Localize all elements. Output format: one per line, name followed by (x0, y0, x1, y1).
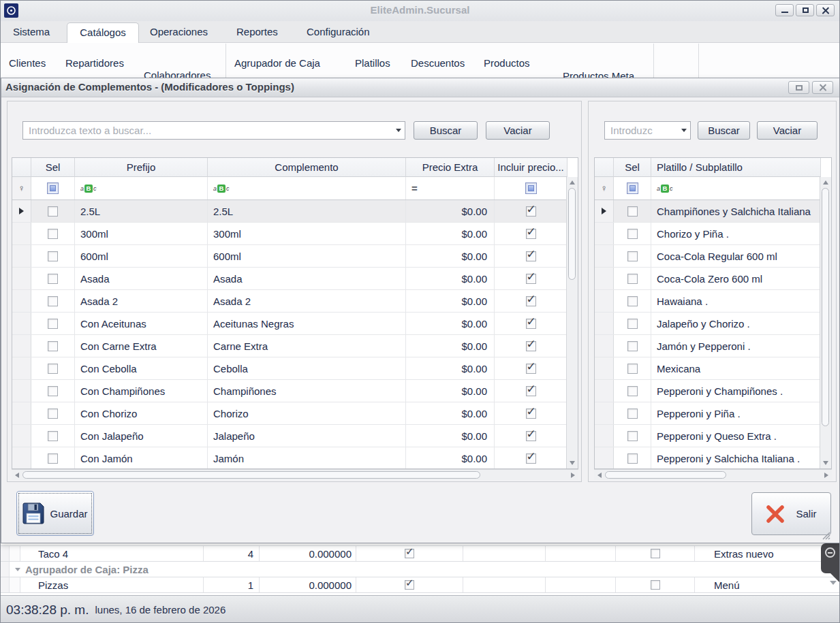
incluir-precio-checkbox[interactable] (526, 251, 536, 261)
buscar-button[interactable]: Buscar (414, 121, 478, 140)
complemento-cell[interactable]: Cebolla (208, 357, 406, 379)
filter-row[interactable]: ♀ aBc (595, 177, 831, 200)
table-row[interactable]: Con ChorizoChorizo$0.00 (12, 402, 578, 425)
qty-cell[interactable]: 4 (204, 546, 260, 561)
row-select-checkbox[interactable] (627, 341, 638, 351)
horizontal-scrollbar[interactable] (12, 469, 578, 480)
value-cell[interactable]: 0.000000 (260, 577, 356, 592)
incluir-cell[interactable] (495, 447, 567, 469)
filter-incluir-cell[interactable] (495, 177, 567, 199)
table-row[interactable]: 600ml600ml$0.00 (12, 245, 578, 268)
precio-cell[interactable]: $0.00 (406, 313, 495, 334)
dialog-close-button[interactable] (812, 81, 833, 94)
scrollbar-thumb[interactable] (22, 471, 480, 479)
horizontal-scrollbar[interactable] (594, 469, 832, 480)
row-select-checkbox[interactable] (48, 409, 58, 419)
product-name-cell[interactable]: Taco 4 (20, 546, 204, 561)
vaciar-button[interactable]: Vaciar (486, 121, 550, 140)
sel-cell[interactable] (614, 357, 651, 379)
sel-cell[interactable] (31, 223, 75, 244)
incluir-precio-checkbox[interactable] (526, 206, 536, 217)
incluir-precio-checkbox[interactable] (526, 364, 536, 374)
precio-cell[interactable]: $0.00 (406, 380, 495, 402)
scrollbar-thumb[interactable] (822, 188, 829, 426)
incluir-cell[interactable] (495, 313, 567, 334)
table-row[interactable]: Coca-Cola Regular 600 ml (595, 245, 831, 268)
table-row[interactable]: Pepperoni y Champiñones . (595, 380, 831, 402)
sel-cell[interactable] (614, 268, 651, 289)
row-select-checkbox[interactable] (48, 453, 58, 464)
filter-complemento-cell[interactable]: aBc (208, 177, 406, 199)
row-select-checkbox[interactable] (48, 341, 58, 351)
group-cell[interactable]: Agrupador de Caja: Pizza (10, 562, 839, 577)
precio-cell[interactable]: $0.00 (406, 245, 495, 267)
prefijo-cell[interactable]: Con Champiñones (75, 380, 208, 402)
scroll-right-icon[interactable] (824, 473, 828, 478)
complemento-cell[interactable]: Chorizo (208, 402, 406, 424)
ribbon-item-clientes[interactable]: Clientes (9, 57, 46, 69)
incluir-precio-checkbox[interactable] (526, 386, 536, 396)
category-cell[interactable]: Extras nuevo (695, 546, 822, 561)
platillo-cell[interactable]: Pepperoni y Champiñones . (651, 380, 821, 402)
sel-cell[interactable] (614, 245, 651, 267)
table-row[interactable]: Con CebollaCebolla$0.00 (12, 357, 578, 380)
row-select-checkbox[interactable] (48, 431, 58, 441)
incluir-cell[interactable] (495, 402, 567, 424)
sel-cell[interactable] (31, 268, 75, 289)
scrollbar-thumb[interactable] (605, 471, 726, 479)
incluir-precio-checkbox[interactable] (526, 319, 536, 329)
precio-cell[interactable]: $0.00 (406, 335, 495, 357)
incluir-cell[interactable] (495, 200, 567, 222)
complemento-cell[interactable]: 2.5L (208, 200, 406, 222)
qty-cell[interactable]: 1 (204, 577, 260, 592)
ribbon-item-platillos[interactable]: Platillos (355, 57, 390, 69)
row-select-checkbox[interactable] (48, 229, 58, 239)
tab-catalogos[interactable]: Catálogos (67, 22, 139, 43)
row-checkbox[interactable] (405, 580, 414, 590)
complemento-cell[interactable]: Carne Extra (208, 335, 406, 357)
sel-cell[interactable] (614, 223, 651, 244)
ribbon-item-agrupador-de-caja[interactable]: Agrupador de Caja (234, 57, 320, 69)
platillo-cell[interactable]: Champiñones y Salchicha Italiana (651, 200, 821, 222)
ribbon-item-productos[interactable]: Productos (484, 57, 530, 69)
select-all-checkbox[interactable] (627, 182, 638, 194)
prefijo-cell[interactable]: 2.5L (75, 200, 208, 222)
prefijo-cell[interactable]: Con Jalapeño (75, 425, 208, 447)
sel-cell[interactable] (31, 425, 75, 447)
incluir-precio-checkbox[interactable] (526, 229, 536, 239)
table-row[interactable]: Con Carne ExtraCarne Extra$0.00 (12, 335, 578, 357)
incluir-cell[interactable] (495, 245, 567, 267)
tab-configuracion[interactable]: Configuración (307, 26, 370, 37)
row-select-checkbox[interactable] (48, 386, 58, 396)
scroll-right-icon[interactable] (571, 473, 575, 478)
complemento-cell[interactable]: 600ml (208, 245, 406, 267)
vaciar-button[interactable]: Vaciar (757, 121, 818, 140)
sel-cell[interactable] (31, 357, 75, 379)
scroll-down-icon[interactable] (823, 461, 828, 465)
table-row[interactable]: Taco 440.000000Extras nuevo (1, 546, 839, 562)
remote-session-badge[interactable] (821, 543, 839, 573)
table-row[interactable]: 2.5L2.5L$0.00 (12, 200, 578, 223)
prefijo-cell[interactable]: Con Aceitunas (75, 313, 208, 334)
minimize-button[interactable] (775, 4, 794, 16)
column-header-precio[interactable]: Precio Extra (406, 158, 495, 177)
incluir-precio-checkbox[interactable] (526, 409, 536, 419)
incluir-cell[interactable] (495, 223, 567, 244)
prefijo-cell[interactable]: Asada (75, 268, 208, 289)
complemento-cell[interactable]: Champiñones (208, 380, 406, 402)
column-header-complemento[interactable]: Complemento (208, 158, 406, 177)
table-row[interactable]: Pepperoni y Queso Extra . (595, 425, 831, 447)
table-row[interactable]: 300ml300ml$0.00 (12, 223, 578, 245)
row-select-checkbox[interactable] (48, 251, 58, 261)
row-select-checkbox[interactable] (627, 431, 638, 441)
resize-grip[interactable] (820, 529, 830, 540)
incluir-cell[interactable] (495, 425, 567, 447)
scrollbar-thumb[interactable] (568, 188, 576, 280)
complemento-cell[interactable]: Asada (208, 268, 406, 289)
table-row[interactable]: Con JalapeñoJalapeño$0.00 (12, 425, 578, 447)
sel-cell[interactable] (31, 335, 75, 357)
complemento-cell[interactable]: Aceitunas Negras (208, 313, 406, 334)
incluir-cell[interactable] (495, 380, 567, 402)
sel-cell[interactable] (614, 335, 651, 357)
row-select-checkbox[interactable] (627, 386, 638, 396)
